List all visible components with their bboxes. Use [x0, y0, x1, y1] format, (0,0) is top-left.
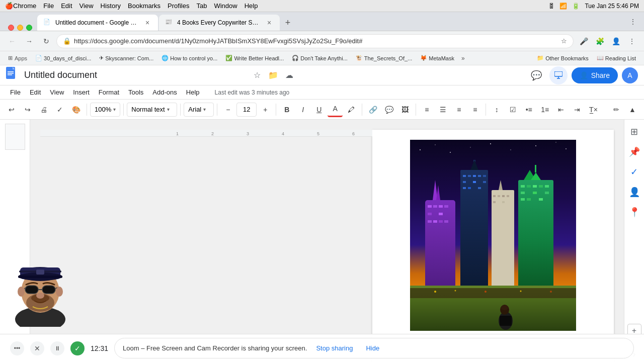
- more-options-icon[interactable]: ⋮: [625, 34, 639, 48]
- star-icon[interactable]: ☆: [251, 69, 263, 81]
- bookmarks-apps-btn[interactable]: ⊞ Apps: [5, 54, 30, 62]
- history-menu[interactable]: History: [101, 2, 121, 10]
- bm-control[interactable]: 🌐 How to control yo...: [158, 54, 220, 62]
- justify-button[interactable]: ≡: [467, 102, 482, 117]
- edit-mode-button[interactable]: ✏: [609, 102, 624, 117]
- recording-more-button[interactable]: •••: [10, 341, 24, 355]
- zoom-selector[interactable]: 100% ▾: [90, 103, 120, 117]
- redo-button[interactable]: ↪: [20, 102, 35, 117]
- chrome-menu[interactable]: Chrome: [13, 2, 36, 10]
- tab-close-4books[interactable]: ×: [265, 18, 274, 27]
- sidebar-keep-icon[interactable]: 📌: [626, 144, 642, 160]
- tab-search-btn[interactable]: ⋮: [626, 15, 640, 29]
- close-button[interactable]: [8, 25, 14, 31]
- menu-tools[interactable]: Tools: [124, 87, 147, 97]
- tab-google-docs[interactable]: 📄 Untitled document - Google D... ×: [37, 15, 158, 31]
- mic-icon[interactable]: 🎤: [577, 34, 591, 48]
- wifi-icon[interactable]: 📶: [559, 3, 567, 10]
- bm-metamask[interactable]: 🦊 MetaMask: [417, 54, 457, 62]
- bm-write[interactable]: ✅ Write Better Headl...: [222, 54, 287, 62]
- spellcheck-button[interactable]: ✓: [52, 102, 67, 117]
- page-thumbnail[interactable]: [5, 124, 25, 150]
- profile-icon[interactable]: 👤: [609, 34, 623, 48]
- extensions-icon[interactable]: 🧩: [593, 34, 607, 48]
- menu-format[interactable]: Format: [95, 87, 123, 97]
- back-button[interactable]: ←: [5, 34, 19, 48]
- url-bar[interactable]: 🔒 https://docs.google.com/document/d/1Ny…: [56, 34, 574, 48]
- decrease-font-button[interactable]: −: [220, 102, 235, 117]
- docs-document-title[interactable]: Untitled document: [24, 70, 246, 80]
- menu-insert[interactable]: Insert: [69, 87, 94, 97]
- file-menu[interactable]: File: [43, 2, 54, 10]
- sidebar-contacts-icon[interactable]: 👤: [626, 184, 642, 200]
- bm-other-bookmarks[interactable]: 📁 Other Bookmarks: [534, 54, 592, 62]
- bm-reading-list[interactable]: 📖 Reading List: [594, 54, 639, 62]
- recording-pause-button[interactable]: ⏸: [50, 341, 64, 355]
- increase-indent-button[interactable]: ⇥: [570, 102, 585, 117]
- user-avatar[interactable]: A: [622, 67, 638, 83]
- line-spacing-button[interactable]: ↕: [489, 102, 504, 117]
- control-center-icon[interactable]: 🎛: [548, 3, 554, 10]
- bm-30days[interactable]: 📄 30_days_of_disci...: [32, 54, 94, 62]
- bm-more-button[interactable]: »: [459, 54, 467, 63]
- menu-help[interactable]: Help: [182, 87, 204, 97]
- sidebar-maps-icon[interactable]: 📍: [626, 204, 642, 220]
- bm-skyscanner[interactable]: ✈ Skyscanner: Com...: [96, 54, 156, 62]
- bm-secrets[interactable]: 🐮 The_Secrets_Of_...: [353, 54, 415, 62]
- font-size-field[interactable]: 12: [236, 103, 257, 117]
- maximize-button[interactable]: [26, 25, 32, 31]
- align-center-button[interactable]: ☰: [435, 102, 450, 117]
- highlight-button[interactable]: 🖍: [344, 102, 359, 117]
- underline-button[interactable]: U: [311, 102, 327, 117]
- present-button[interactable]: [549, 66, 568, 84]
- print-button[interactable]: 🖨: [36, 102, 51, 117]
- docs-body[interactable]: 1 2 3 4 5 6 7: [30, 120, 624, 362]
- link-button[interactable]: 🔗: [365, 102, 380, 117]
- doc-city-image[interactable]: [410, 140, 576, 331]
- bm-donttake[interactable]: 🎧 Don't Take Anythi...: [289, 54, 351, 62]
- bookmarks-menu[interactable]: Bookmarks: [128, 2, 160, 10]
- recording-confirm-button[interactable]: ✓: [70, 341, 85, 355]
- align-right-button[interactable]: ≡: [451, 102, 466, 117]
- comments-button[interactable]: 💬: [527, 66, 545, 84]
- new-tab-button[interactable]: +: [281, 16, 295, 30]
- move-to-icon[interactable]: 📁: [267, 69, 279, 81]
- apple-menu[interactable]: 🍎: [5, 2, 13, 10]
- profiles-menu[interactable]: Profiles: [168, 2, 189, 10]
- menu-file[interactable]: File: [6, 87, 25, 97]
- comment-button[interactable]: 💬: [381, 102, 396, 117]
- align-left-button[interactable]: ≡: [419, 102, 434, 117]
- undo-button[interactable]: ↩: [4, 102, 19, 117]
- share-button[interactable]: 👤 Share: [572, 67, 618, 83]
- menu-edit[interactable]: Edit: [26, 87, 45, 97]
- recording-close-button[interactable]: ✕: [30, 341, 44, 355]
- menu-view[interactable]: View: [46, 87, 68, 97]
- forward-button[interactable]: →: [22, 34, 36, 48]
- window-menu[interactable]: Window: [214, 2, 237, 10]
- bookmark-star-icon[interactable]: ☆: [561, 37, 567, 45]
- image-button[interactable]: 🖼: [397, 102, 413, 117]
- cloud-save-icon[interactable]: ☁: [283, 69, 295, 81]
- stop-sharing-button[interactable]: Stop sharing: [312, 342, 357, 354]
- view-menu[interactable]: View: [79, 2, 94, 10]
- bold-button[interactable]: B: [279, 102, 294, 117]
- minimize-button[interactable]: [17, 25, 23, 31]
- checklist-button[interactable]: ☑: [505, 102, 520, 117]
- increase-font-button[interactable]: +: [258, 102, 273, 117]
- tab-menu[interactable]: Tab: [196, 2, 207, 10]
- reload-button[interactable]: ↻: [39, 34, 53, 48]
- tab-close-docs[interactable]: ×: [143, 18, 152, 27]
- bullet-list-button[interactable]: •≡: [521, 102, 536, 117]
- help-menu[interactable]: Help: [245, 2, 258, 10]
- expand-toolbar-button[interactable]: ▲: [625, 102, 640, 117]
- edit-menu[interactable]: Edit: [61, 2, 72, 10]
- text-color-button[interactable]: A: [328, 102, 343, 117]
- tab-4books[interactable]: 📰 4 Books Every Copywriter Sho... ×: [159, 15, 280, 31]
- sidebar-tasks-icon[interactable]: ✓: [626, 164, 642, 180]
- italic-button[interactable]: I: [295, 102, 310, 117]
- clear-format-button[interactable]: T̲×: [586, 102, 601, 117]
- text-style-selector[interactable]: Normal text ▾: [127, 103, 177, 117]
- numbered-list-button[interactable]: 1≡: [537, 102, 552, 117]
- hide-button[interactable]: Hide: [362, 342, 383, 354]
- sidebar-explore-icon[interactable]: ⊞: [626, 124, 642, 140]
